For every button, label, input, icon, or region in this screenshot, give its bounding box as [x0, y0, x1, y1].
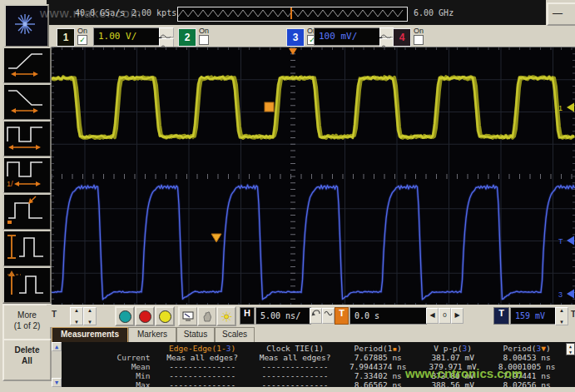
sine-wave-icon — [324, 309, 333, 318]
channel-1-coupling-buttons — [159, 27, 172, 46]
measurements-spinner[interactable]: ▲ ▼ — [566, 343, 575, 355]
scroll-down-icon[interactable]: ▼ — [52, 378, 62, 387]
horizontal-menu-button[interactable]: H — [240, 307, 255, 325]
svg-text:T: T — [558, 237, 563, 246]
meas-spin-down-icon[interactable]: ▼ — [569, 350, 572, 355]
results-tab-bar: Measurements Markers Status Scales — [52, 327, 575, 342]
channel-4-on-label: On — [414, 27, 424, 35]
svg-text:3: 3 — [558, 290, 563, 299]
watermark-bottom: www.cntronics.com — [405, 366, 523, 380]
channel-3-coupling-buttons — [379, 27, 393, 46]
channel-1-ac-icon[interactable] — [159, 27, 174, 37]
marker-yellow-button[interactable] — [155, 306, 175, 326]
trigger-level-spinner[interactable]: ▲ ▼ — [555, 307, 568, 325]
position-zero-button[interactable]: 0 — [439, 308, 451, 324]
measure-rise-time-button[interactable] — [2, 47, 52, 84]
measure-v-top-button[interactable] — [2, 266, 52, 304]
delete-all-button[interactable]: Delete All — [2, 339, 52, 381]
v-amplitude-icon — [4, 231, 47, 262]
bandwidth-readout: 6.00 GHz — [414, 8, 454, 17]
spinner-b-down-icon[interactable]: ▼ — [87, 320, 92, 325]
undo-zoom-button[interactable] — [310, 308, 322, 324]
channel-2-on-group: On — [199, 27, 214, 45]
timebase-field[interactable]: 5.00 ns/ — [255, 307, 311, 325]
trigger-time-marker[interactable] — [289, 48, 297, 55]
acquisition-waveform-icon — [178, 7, 405, 19]
more-label-line1: More — [4, 310, 50, 320]
measurements-scrollbar[interactable]: ▲ ▼ — [52, 342, 62, 387]
spinner-a-down-icon[interactable]: ▼ — [74, 320, 79, 325]
display-settings-button[interactable] — [178, 306, 198, 326]
period-1-marker[interactable] — [265, 102, 274, 112]
fall-time-icon — [4, 85, 47, 116]
trigger-position-field[interactable]: 0.0 s — [349, 307, 427, 325]
measure-v-amplitude-button[interactable] — [2, 230, 52, 267]
channel-4-button[interactable]: 4 — [393, 28, 411, 47]
channel-2-button[interactable]: 2 — [178, 28, 196, 47]
display-icon — [182, 311, 194, 322]
measurements-header-row: Edge-Edge(1-3) Clock TIE(1) Period(1▪) V… — [62, 344, 565, 353]
waveform-grid: 1T3 — [52, 47, 575, 305]
undo-arrow-icon — [311, 309, 320, 318]
rise-time-icon — [4, 48, 47, 79]
trigger-level-field[interactable]: 159 mV — [510, 307, 556, 325]
measurements-row-max: Max----------------------------8.66562 n… — [62, 380, 565, 390]
tab-scales[interactable]: Scales — [215, 327, 255, 342]
trigger-level-down-icon[interactable]: ▼ — [559, 320, 564, 325]
fine-adjust-button[interactable] — [322, 308, 335, 324]
meas-spin-up-icon[interactable]: ▲ — [569, 344, 572, 349]
channel-1-scale-field[interactable]: 1.00 V/ — [93, 27, 162, 46]
measure-fall-time-button[interactable] — [2, 83, 52, 121]
starburst-logo-icon — [6, 6, 44, 42]
channel-1-trace — [52, 77, 574, 138]
scroll-up-icon[interactable]: ▲ — [52, 342, 62, 351]
acquisition-preview-bar — [177, 7, 408, 22]
spinner-a-up-icon[interactable]: ▲ — [74, 308, 79, 313]
v-top-icon — [4, 268, 47, 299]
more-measurements-button[interactable]: More (1 of 2) — [2, 304, 52, 343]
delete-label-line1: Delete — [4, 345, 50, 355]
brightness-button[interactable] — [216, 306, 236, 326]
col-period-3: Period(3▼) — [488, 344, 565, 353]
vertical-spinner-a[interactable]: ▲ ▼ — [70, 307, 83, 325]
touch-button[interactable] — [197, 306, 217, 326]
watermark-top: www.maker.com — [40, 6, 141, 20]
trigger-position-marker-right: T — [571, 310, 575, 319]
channel-2-checkbox[interactable] — [199, 35, 209, 45]
delete-label-line2: All — [4, 355, 50, 366]
channel-3-button[interactable]: 3 — [286, 28, 305, 47]
measure-overshoot-button[interactable] — [2, 193, 52, 231]
tab-measurements[interactable]: Measurements — [52, 327, 128, 342]
channel-1-button[interactable]: 1 — [57, 28, 75, 47]
position-left-button[interactable]: ◀ — [426, 308, 439, 324]
marker-red-button[interactable] — [135, 306, 155, 326]
channel-4-on-group: On — [414, 27, 429, 45]
channel-1-checkbox[interactable]: ✓ — [77, 35, 87, 45]
col-edge-edge: Edge-Edge(1-3) — [154, 344, 251, 353]
oscilloscope-screen: 40.0 GSa/s 2.00 kpts 6.00 GHz — 1 On ✓ 1… — [0, 0, 575, 392]
marker-teal-button[interactable] — [115, 306, 135, 326]
measure-period-button[interactable] — [2, 120, 52, 157]
yellow-circle-icon — [159, 310, 171, 323]
trigger-level-button[interactable]: T — [493, 307, 509, 325]
vertical-spinner-b[interactable]: ▲ ▼ — [83, 307, 97, 325]
trigger-source-button[interactable]: T — [335, 307, 349, 325]
sun-icon — [221, 311, 232, 322]
channel-1-on-label: On — [77, 27, 87, 35]
hand-icon — [201, 311, 213, 322]
measure-frequency-button[interactable]: 1/ — [2, 156, 52, 194]
more-label-line2: (1 of 2) — [4, 320, 50, 331]
channel-3-trace — [52, 185, 575, 300]
tab-markers[interactable]: Markers — [128, 327, 176, 342]
spinner-b-up-icon[interactable]: ▲ — [87, 308, 92, 313]
tab-status[interactable]: Status — [176, 327, 215, 342]
trigger-level-up-icon[interactable]: ▲ — [559, 308, 564, 313]
channel-4-checkbox[interactable] — [414, 35, 424, 45]
channel-3-scale-field[interactable]: 100 mV/ — [314, 27, 383, 46]
channel-1-on-group: On ✓ — [77, 27, 92, 45]
window-minimize-button[interactable]: — — [547, 2, 575, 26]
channel-2-on-label: On — [199, 27, 209, 35]
position-right-button[interactable]: ▶ — [451, 308, 463, 324]
red-circle-icon — [139, 310, 151, 323]
teal-circle-icon — [119, 310, 131, 323]
